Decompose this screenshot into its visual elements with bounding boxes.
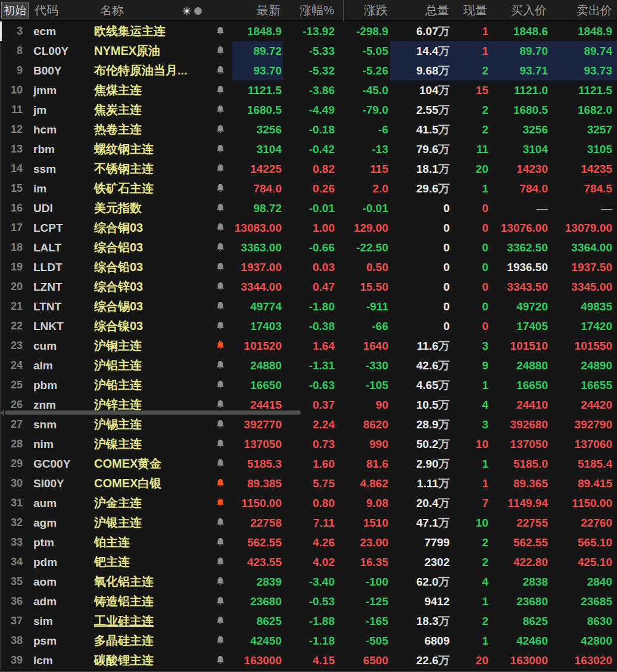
name-cell: 沪铜主连 [83,336,208,356]
quote-row[interactable]: 9 B00Y 布伦特原油当月... 93.70 -5.32 -5.26 9.68… [1,61,617,80]
alert-bell-icon[interactable] [216,518,225,528]
alert-bell-icon[interactable] [216,498,225,508]
alert-bell-icon[interactable] [216,66,225,76]
code-cell: alm [29,356,83,375]
quote-row[interactable]: 8 CL00Y NYMEX原油 89.72 -5.33 -5.05 14.4万 … [1,41,617,61]
alert-bell-icon[interactable] [216,419,225,430]
alert-bell-cell [208,61,232,80]
quote-row[interactable]: 18 LALT 综合铝03 3363.00 -0.66 -22.50 0 0 3… [1,238,617,257]
quote-row[interactable]: 24 alm 沪铝主连 24880 -1.31 -330 42.6万 9 248… [1,356,617,375]
init-sort-button[interactable]: 初始 [1,2,29,18]
alert-bell-icon[interactable] [216,537,225,547]
total-volume-unit: 万 [438,84,450,97]
alert-bell-icon[interactable] [216,183,225,194]
current-volume-cell: 20 [451,159,490,179]
quote-row[interactable]: 29 GC00Y COMEX黄金 5185.3 1.60 81.6 2.90万 … [1,454,617,474]
quote-row[interactable]: 33 ptm 铂主连 562.55 4.26 23.00 7799 2 562.… [1,533,617,552]
quote-row[interactable]: 23 cum 沪铜主连 101520 1.64 1640 11.6万 3 101… [1,336,617,356]
alert-bell-cell [208,238,232,257]
total-volume-value: 6809 [425,634,450,647]
alert-bell-icon[interactable] [216,439,225,449]
header-ask-price[interactable]: 卖出价 [549,0,617,20]
header-change-percent[interactable]: 涨幅% [283,0,336,20]
alert-bell-icon[interactable] [216,478,225,489]
alert-bell-icon[interactable] [216,655,225,665]
header-last[interactable]: 最新 [232,0,283,20]
current-volume-cell: 0 [451,218,490,238]
quote-row[interactable]: 14 ssm 不锈钢主连 14225 0.82 115 18.1万 20 142… [1,159,617,179]
quote-row[interactable]: 32 agm 沪银主连 22758 7.11 1510 47.1万 10 227… [1,513,617,533]
sun-burst-icon[interactable] [182,7,191,15]
alert-bell-icon[interactable] [216,301,225,312]
horizontal-scrollbar-thumb[interactable] [5,410,301,415]
quote-row[interactable]: 10 jmm 焦煤主连 1121.5 -3.86 -45.0 104万 15 1… [1,80,617,100]
total-volume-value: 29.6 [416,182,438,195]
header-total-volume[interactable]: 总量 [390,0,451,20]
alert-bell-icon[interactable] [216,105,225,115]
alert-bell-icon[interactable] [216,380,225,390]
code-cell: pbm [29,375,83,395]
alert-bell-icon[interactable] [216,242,225,253]
quote-row[interactable]: 15 im 铁矿石主连 784.0 0.26 2.0 29.6万 1 784.0… [1,179,617,198]
header-change[interactable]: 涨跌 [336,0,390,20]
alert-bell-icon[interactable] [216,459,225,469]
quote-row[interactable]: 22 LNKT 综合镍03 17403 -0.38 -66 0 0 17405 … [1,316,617,336]
total-volume-cell: 11.6万 [390,336,451,356]
code-cell: SI00Y [29,474,83,493]
scrollbar-left-arrow[interactable] [0,409,4,416]
quote-row[interactable]: 27 snm 沪锡主连 392770 2.24 8620 28.9万 3 392… [1,415,617,434]
total-volume-value: 20.4 [416,497,438,509]
header-bid-price[interactable]: 买入价 [490,0,549,20]
alert-bell-icon[interactable] [216,557,225,567]
quote-row[interactable]: 39 lcm 碳酸锂主连 163000 4.15 6500 22.6万 20 1… [1,651,617,670]
alert-bell-icon[interactable] [216,46,225,56]
alert-bell-icon[interactable] [216,400,225,410]
quote-row[interactable]: 13 rbm 螺纹钢主连 3104 -0.42 -13 79.6万 11 310… [1,139,617,159]
circle-icon[interactable] [194,7,202,15]
quote-row[interactable]: 34 pdm 钯主连 423.55 4.02 16.35 2302 2 422.… [1,552,617,572]
alert-bell-icon[interactable] [216,262,225,272]
alert-bell-icon[interactable] [216,360,225,371]
last-price-cell: 392770 [232,415,283,434]
alert-bell-icon[interactable] [216,26,225,36]
alert-bell-icon[interactable] [216,321,225,331]
quote-row[interactable]: 16 UDI 美元指数 98.72 -0.01 -0.01 0 0 — — [1,198,617,218]
alert-bell-icon[interactable] [216,223,225,233]
alert-bell-icon[interactable] [216,203,225,213]
quote-row[interactable]: 36 adm 铸造铝主连 23680 -0.53 -125 9412 1 236… [1,592,617,611]
last-price-cell: 3256 [232,120,283,139]
alert-bell-icon[interactable] [216,596,225,606]
header-current-volume[interactable]: 现量 [451,0,490,20]
quote-row[interactable]: 28 nim 沪镍主连 137050 0.73 990 50.2万 10 137… [1,434,617,454]
alert-bell-icon[interactable] [216,636,225,646]
alert-bell-icon[interactable] [216,125,225,135]
alert-bell-icon[interactable] [216,164,225,174]
ask-price-cell: 8630 [549,611,617,631]
alert-bell-cell [208,434,232,454]
quote-row[interactable]: 11 jm 焦炭主连 1680.5 -4.49 -79.0 2.55万 2 16… [1,100,617,120]
alert-bell-icon[interactable] [216,616,225,626]
total-volume-value: 4.65 [416,379,438,391]
quote-row[interactable]: 38 psm 多晶硅主连 42450 -1.18 -505 6809 1 424… [1,631,617,651]
quote-row[interactable]: 20 LZNT 综合锌03 3344.00 0.47 15.50 0 0 334… [1,277,617,297]
total-volume-unit: 万 [438,654,450,667]
alert-bell-icon[interactable] [216,341,225,351]
alert-bell-icon[interactable] [216,282,225,292]
alert-bell-icon[interactable] [216,577,225,587]
alert-bell-icon[interactable] [216,144,225,154]
quote-row[interactable]: 30 SI00Y COMEX白银 89.385 5.75 4.862 1.11万… [1,474,617,493]
quote-row[interactable]: 17 LCPT 综合铜03 13083.00 1.00 129.00 0 0 1… [1,218,617,238]
quote-row[interactable]: 12 hcm 热卷主连 3256 -0.18 -6 41.5万 2 3256 3… [1,120,617,139]
quote-row[interactable]: 31 aum 沪金主连 1150.00 0.80 9.08 20.4万 7 11… [1,493,617,513]
quote-row[interactable]: 19 LLDT 综合铅03 1937.00 0.03 0.50 0 0 1936… [1,257,617,277]
total-volume-value: 79.6 [416,143,438,155]
quote-row[interactable]: 21 LTNT 综合锡03 49774 -1.80 -911 0 0 49720… [1,297,617,316]
quote-row[interactable]: 37 sim 工业硅主连 8625 -1.88 -165 18.3万 2 862… [1,611,617,631]
alert-bell-icon[interactable] [216,85,225,95]
quote-row[interactable]: 3 ecm 欧线集运主连 1848.9 -13.92 -298.9 6.07万 … [1,21,617,41]
change-percent-cell: 1.64 [283,336,336,356]
ask-price-cell: 3105 [549,139,617,159]
quote-row[interactable]: 35 aom 氧化铝主连 2839 -3.40 -100 62.0万 4 283… [1,572,617,592]
quote-row[interactable]: 25 pbm 沪铅主连 16650 -0.63 -105 4.65万 1 166… [1,375,617,395]
header-code[interactable]: 代码 [29,0,83,20]
